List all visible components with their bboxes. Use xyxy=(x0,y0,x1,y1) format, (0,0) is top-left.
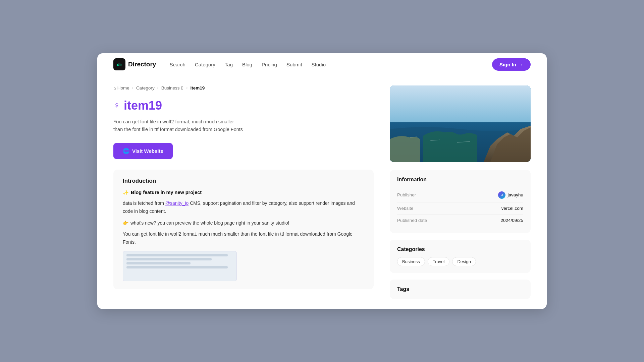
left-column: ⌂ Home › Category › Business ⟨⟩ › item19… xyxy=(113,85,374,299)
blog-feature-row: ✨ Blog feature in my new project xyxy=(123,190,364,195)
categories-card: Categories Business Travel Design xyxy=(390,240,531,273)
svg-rect-1 xyxy=(390,85,531,126)
screenshot-thumbnail xyxy=(123,251,237,281)
new-feature-row: 👉 what's new? you can preview the whole … xyxy=(123,220,364,226)
navigation: dir Directory Search Category Tag Blog P… xyxy=(97,53,547,76)
category-travel[interactable]: Travel xyxy=(428,257,450,266)
breadcrumb-home[interactable]: ⌂ Home xyxy=(113,85,129,90)
information-card: Information Publisher J javayhu Website … xyxy=(390,170,531,233)
pointing-icon: 👉 xyxy=(123,220,128,226)
sanity-io-link[interactable]: @sanity_io xyxy=(165,200,189,206)
date-label: Published date xyxy=(397,218,427,223)
categories-heading: Categories xyxy=(397,246,523,252)
logo[interactable]: dir Directory xyxy=(113,58,156,70)
date-row: Published date 2024/09/25 xyxy=(397,215,523,226)
publisher-row: Publisher J javayhu xyxy=(397,188,523,202)
right-column: Information Publisher J javayhu Website … xyxy=(390,85,531,299)
website-row: Website vercel.com xyxy=(397,202,523,215)
date-value: 2024/09/25 xyxy=(500,218,523,223)
visit-website-button[interactable]: 🌐 Visit Website xyxy=(113,143,173,159)
tags-section: Tags xyxy=(390,280,531,299)
home-icon: ⌂ xyxy=(113,85,116,90)
website-value: vercel.com xyxy=(501,206,523,211)
category-business[interactable]: Business xyxy=(397,257,425,266)
logo-text: Directory xyxy=(128,61,156,68)
nav-category[interactable]: Category xyxy=(195,62,215,67)
information-heading: Information xyxy=(397,177,523,183)
nav-tag[interactable]: Tag xyxy=(225,62,233,67)
star-icon: ✨ xyxy=(123,190,129,195)
item-icon: ♀ xyxy=(113,100,120,111)
item-title-row: ♀ item19 xyxy=(113,99,374,113)
tags-heading: Tags xyxy=(397,286,523,292)
website-label: Website xyxy=(397,206,414,211)
nav-studio[interactable]: Studio xyxy=(312,62,326,67)
main-window: dir Directory Search Category Tag Blog P… xyxy=(97,53,547,309)
categories-list: Business Travel Design xyxy=(397,257,523,266)
breadcrumb-subcategory[interactable]: Business ⟨⟩ xyxy=(161,85,184,90)
nav-blog[interactable]: Blog xyxy=(242,62,252,67)
breadcrumb-current: item19 xyxy=(190,85,205,90)
publisher-value: J javayhu xyxy=(498,191,523,199)
breadcrumb-sep-2: › xyxy=(157,85,159,90)
nav-pricing[interactable]: Pricing xyxy=(262,62,277,67)
intro-body-2: You can get font file in woff2 format, m… xyxy=(123,230,364,246)
intro-heading: Introduction xyxy=(123,178,364,184)
intro-card: Introduction ✨ Blog feature in my new pr… xyxy=(113,170,374,289)
globe-icon: 🌐 xyxy=(123,148,129,154)
item-title: item19 xyxy=(124,99,162,113)
sign-in-button[interactable]: Sign In xyxy=(492,58,531,71)
avatar: J xyxy=(498,191,505,199)
publisher-label: Publisher xyxy=(397,192,416,197)
logo-icon: dir xyxy=(113,58,125,70)
nav-search[interactable]: Search xyxy=(169,62,185,67)
breadcrumb: ⌂ Home › Category › Business ⟨⟩ › item19 xyxy=(113,85,374,90)
breadcrumb-sep-3: › xyxy=(186,85,187,90)
nav-submit[interactable]: Submit xyxy=(286,62,302,67)
nav-links: Search Category Tag Blog Pricing Submit … xyxy=(169,62,492,67)
item-description: You can get font file in woff2 format, m… xyxy=(113,118,374,134)
page-content: ⌂ Home › Category › Business ⟨⟩ › item19… xyxy=(97,76,547,299)
breadcrumb-category[interactable]: Category xyxy=(136,85,155,90)
category-design[interactable]: Design xyxy=(452,257,476,266)
intro-body-1: data is fetched from @sanity_io CMS, sup… xyxy=(123,199,364,216)
breadcrumb-sep-1: › xyxy=(132,85,133,90)
hero-image xyxy=(390,85,531,162)
